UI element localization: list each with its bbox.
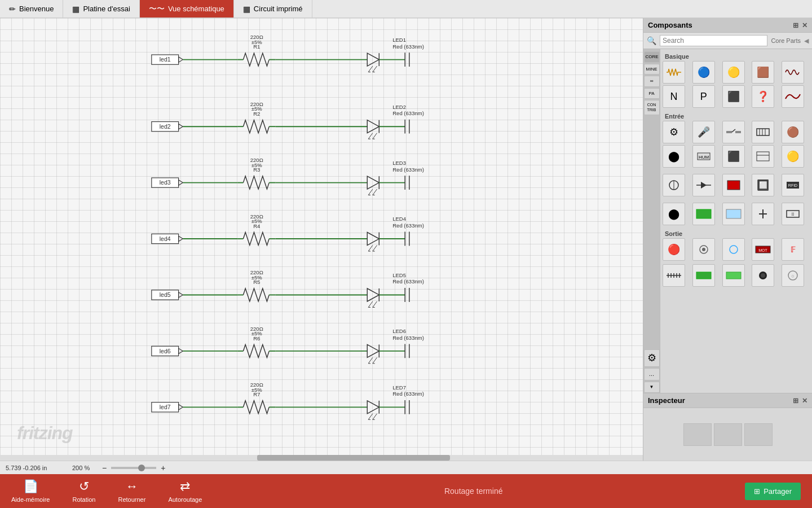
part-e2-4[interactable]: 🔲 — [752, 174, 774, 196]
svg-text:R6: R6 — [253, 335, 260, 341]
part-sensor2[interactable]: HUM — [692, 145, 715, 168]
canvas-scrollbar[interactable] — [0, 455, 643, 461]
part-e2-1[interactable] — [663, 174, 685, 196]
canvas-scrollbar-thumb[interactable] — [257, 455, 450, 461]
part-e2-3[interactable] — [722, 174, 745, 196]
inspecteur-controls: ⊞ ✕ — [793, 397, 807, 405]
part-s2[interactable] — [692, 238, 715, 261]
zoom-plus-btn[interactable]: + — [161, 463, 165, 472]
part-s2-5[interactable]: ○ — [782, 264, 804, 287]
parts-grid-basique: 🔵 🟡 🟫 N P ⬛ ❓ — [663, 61, 810, 108]
svg-point-186 — [761, 273, 765, 278]
retourner-icon: ↔ — [126, 479, 138, 494]
schematique-label: Vue schématique — [168, 5, 224, 13]
part-switch[interactable] — [722, 121, 745, 143]
svg-point-172 — [702, 248, 705, 251]
svg-text:R4: R4 — [253, 223, 261, 229]
zoom-minus-btn[interactable]: − — [102, 463, 107, 472]
tab-platine[interactable]: ▦ Platine d'essai — [63, 0, 139, 17]
inspecteur-close-btn[interactable]: ✕ — [802, 397, 807, 405]
partager-button[interactable]: ⊞ Partager — [745, 483, 801, 500]
svg-point-173 — [730, 246, 738, 253]
part-pot[interactable]: 🟤 — [782, 121, 804, 143]
cat-bottom-2[interactable]: … — [644, 368, 660, 380]
part-unknown2[interactable] — [782, 85, 804, 108]
svg-rect-183 — [696, 272, 711, 279]
part-s2-2[interactable] — [692, 264, 715, 287]
section-sortie: Sortie — [663, 229, 810, 238]
part-s1[interactable]: 🔴 — [663, 238, 685, 261]
cat-mine[interactable]: MINE — [644, 64, 660, 75]
svg-marker-127 — [179, 405, 183, 410]
schematique-icon: 〜〜 — [149, 4, 165, 14]
part-e2-5[interactable]: RFID — [782, 174, 804, 196]
part-ic[interactable]: ⬛ — [722, 85, 745, 108]
part-e2-2[interactable] — [692, 174, 715, 196]
part-c5[interactable]: ⠿ — [782, 203, 804, 225]
tab-circuit[interactable]: ▦ Circuit imprimé — [234, 0, 312, 17]
part-c3[interactable] — [722, 203, 745, 225]
part-npn[interactable]: N — [663, 85, 685, 108]
part-sensor3[interactable]: ⬛ — [722, 145, 745, 168]
svg-rect-150 — [757, 129, 769, 135]
composants-expand-btn[interactable]: ⊞ — [793, 21, 798, 29]
svg-text:±5%: ±5% — [251, 162, 263, 168]
inspecteur-title: Inspecteur — [648, 396, 685, 405]
zoom-slider-thumb[interactable] — [138, 465, 145, 471]
cat-core[interactable]: CORE — [644, 51, 660, 63]
part-s2-3[interactable] — [722, 264, 745, 287]
search-input[interactable] — [660, 35, 767, 46]
cat-contrib[interactable]: CONTRIB — [644, 100, 660, 115]
tab-schematique[interactable]: 〜〜 Vue schématique — [140, 0, 234, 17]
svg-text:R3: R3 — [253, 167, 260, 173]
tool-aide[interactable]: 📄 Aide-mémoire — [11, 479, 50, 503]
tab-bienvenue[interactable]: ✏ Bienvenue — [0, 0, 63, 17]
part-sensor5[interactable]: 🟡 — [782, 145, 804, 168]
svg-text:𝔽: 𝔽 — [791, 245, 796, 254]
part-s5[interactable]: 𝔽 — [782, 238, 804, 261]
parts-main: Basique 🔵 🟡 🟫 N P — [660, 49, 812, 393]
part-connector[interactable] — [752, 121, 774, 143]
cat-bottom-3[interactable]: ▼ — [644, 382, 660, 393]
part-led[interactable]: 🟡 — [722, 61, 745, 84]
tool-rotation[interactable]: ↺ Rotation — [72, 479, 95, 503]
part-cap[interactable]: 🟫 — [752, 61, 774, 84]
part-pnp[interactable]: P — [692, 85, 715, 108]
zoom-slider[interactable] — [111, 467, 156, 469]
part-sensor1[interactable]: ⬤ — [663, 145, 685, 168]
cat-pa[interactable]: PA — [644, 88, 660, 99]
part-s3[interactable] — [722, 238, 745, 261]
svg-text:R7: R7 — [253, 391, 260, 397]
bienvenue-label: Bienvenue — [19, 5, 54, 13]
part-c4[interactable] — [752, 203, 774, 225]
part-c2[interactable] — [692, 203, 715, 225]
svg-line-12 — [368, 66, 373, 72]
part-c1[interactable]: ⬤ — [663, 203, 685, 225]
part-sensor4[interactable] — [752, 145, 774, 168]
svg-line-56 — [373, 189, 377, 195]
parts-scroll[interactable]: Basique 🔵 🟡 🟫 N P — [660, 49, 812, 393]
tool-autoroutage[interactable]: ⇄ Autoroutage — [168, 479, 202, 503]
inspecteur-panel: Inspecteur ⊞ ✕ — [643, 393, 812, 461]
schematic-canvas[interactable]: led1 R1 ±5% 220Ω LED1 Red (633nm) — [0, 18, 643, 461]
part-resistor[interactable] — [663, 61, 685, 84]
cat-infinity[interactable]: ∞ — [644, 76, 660, 87]
part-s2-1[interactable] — [663, 264, 685, 287]
svg-line-33 — [368, 133, 373, 139]
part-rotary[interactable]: ⚙ — [663, 121, 685, 143]
part-s2-4[interactable] — [752, 264, 774, 287]
part-s4[interactable]: MOT — [752, 238, 774, 261]
partager-icon: ⊞ — [754, 487, 760, 496]
bottom-status: Routage terminé — [224, 487, 722, 496]
part-unknown1[interactable]: ❓ — [752, 85, 774, 108]
collapse-icon[interactable]: ◀ — [804, 37, 809, 45]
inspecteur-expand-btn[interactable]: ⊞ — [793, 397, 798, 405]
part-mic[interactable]: 🎤 — [692, 121, 715, 143]
core-parts-label: Core Parts — [771, 37, 801, 44]
part-wire[interactable]: 🔵 — [692, 61, 715, 84]
part-coil[interactable] — [782, 61, 804, 84]
composants-close-btn[interactable]: ✕ — [802, 21, 807, 29]
tool-retourner[interactable]: ↔ Retourner — [118, 479, 145, 503]
cat-bottom-1[interactable]: ⚙ — [644, 349, 660, 367]
section-basique: Basique — [663, 51, 810, 61]
